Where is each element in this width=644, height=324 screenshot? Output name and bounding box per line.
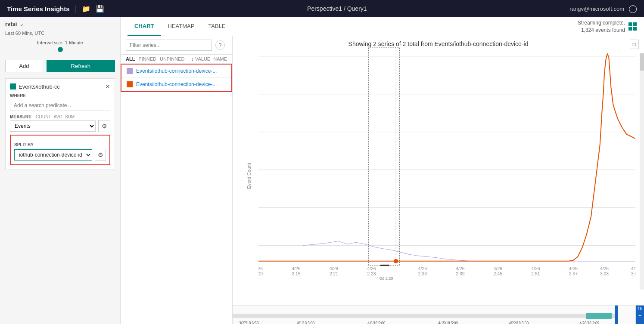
add-button[interactable]: Add <box>5 60 43 72</box>
series-panel: ? ALL PINNED UNPINNED ↕ VALUE NAME <box>121 36 233 324</box>
svg-text:3:09: 3:09 <box>631 272 635 276</box>
tab-chart[interactable]: CHART <box>128 17 161 36</box>
filter-series-input[interactable] <box>126 40 212 51</box>
svg-text:4/26 2:29: 4/26 2:29 <box>376 276 393 281</box>
duration-label: 1h <box>636 305 644 312</box>
avg-label: AVG <box>54 114 62 119</box>
where-label: WHERE <box>10 93 110 98</box>
measure-header-row: MEASURE COUNT AVG SUM <box>10 114 110 119</box>
where-input[interactable] <box>10 100 110 111</box>
svg-rect-41 <box>233 314 618 318</box>
series-name-2: Events/iothub-connection-device-... <box>136 81 217 87</box>
chart-panel: Showing 2 series of 2 total from Events/… <box>233 36 644 324</box>
svg-text:4/15/18 5:00: 4/15/18 5:00 <box>438 321 458 324</box>
close-icon[interactable]: ✕ <box>105 83 110 90</box>
measure-select[interactable]: Events <box>10 120 96 132</box>
interval-section: Interval size: 1 Minute <box>0 38 120 57</box>
svg-text:4/26: 4/26 <box>569 266 578 271</box>
query-card-header: Events/iothub-cc ✕ <box>10 83 110 90</box>
scrollbar-thumb[interactable] <box>640 53 644 71</box>
tab-table[interactable]: TABLE <box>201 17 232 36</box>
interval-label: Interval size: 1 Minute <box>5 40 115 45</box>
content-area: CHART HEATMAP TABLE Streaming complete. … <box>121 17 644 324</box>
zoom-in-button[interactable]: + <box>636 312 644 320</box>
svg-text:4/26: 4/26 <box>418 266 427 271</box>
header-value: VALUE <box>195 56 210 62</box>
perspective-title: Perspective1 / Query1 <box>307 5 367 12</box>
series-highlight-box: Events/iothub-connection-device-... Even… <box>121 64 232 92</box>
app-header: Time Series Insights | 📁 💾 Perspective1 … <box>0 0 644 17</box>
svg-text:2:28: 2:28 <box>367 272 376 276</box>
svg-text:4/26: 4/26 <box>494 266 502 271</box>
vertical-scrollbar[interactable] <box>640 53 644 290</box>
chart-area: Event Count 30 25 <box>233 47 644 305</box>
tabs-bar: CHART HEATMAP TABLE Streaming complete. … <box>121 17 644 36</box>
query-card: Events/iothub-cc ✕ WHERE MEASURE COUNT A… <box>5 78 115 170</box>
svg-text:4/26: 4/26 <box>531 266 540 271</box>
app-title: Time Series Insights <box>7 5 70 12</box>
streaming-status: Streaming complete. 1,824 events found <box>578 19 625 34</box>
series-name-1: Events/iothub-connection-device-... <box>136 68 217 74</box>
split-gear-button[interactable]: ⚙ <box>95 149 106 161</box>
svg-text:2:57: 2:57 <box>569 272 578 276</box>
chart-svg: 30 25 20 15 10 5 0.0 <box>258 47 635 284</box>
header-all: ALL <box>126 56 135 62</box>
svg-text:4/26: 4/26 <box>330 266 338 271</box>
env-selector[interactable]: rvtsi ⌄ <box>5 21 24 27</box>
header-left: Time Series Insights | 📁 💾 <box>7 4 104 13</box>
svg-text:4/26: 4/26 <box>631 266 635 271</box>
sidebar-header: rvtsi ⌄ <box>0 17 120 31</box>
svg-text:3:03: 3:03 <box>600 272 609 276</box>
zoom-controls: 1h + - <box>635 305 644 324</box>
count-label: COUNT <box>36 114 51 119</box>
user-email: rangv@microsoft.com <box>569 6 624 12</box>
timeline-section: 1h + - 3/27/18 6:50 4/1/18 5:00 4/8/18 5… <box>233 305 644 324</box>
tabs-left: CHART HEATMAP TABLE <box>128 17 233 36</box>
svg-text:4/26: 4/26 <box>292 266 300 271</box>
series-item-1[interactable]: Events/iothub-connection-device-... <box>121 65 231 78</box>
grid-view-icon[interactable] <box>628 22 637 31</box>
header-name: NAME <box>213 56 227 62</box>
main-layout: rvtsi ⌄ Last 60 Mins, UTC Interval size:… <box>0 17 644 324</box>
folder-icon[interactable]: 📁 <box>82 5 90 13</box>
filter-bar: ? <box>121 36 232 55</box>
timeline-svg: 3/27/18 6:50 4/1/18 5:00 4/8/18 5:00 4/1… <box>233 305 618 324</box>
svg-rect-25 <box>368 47 399 265</box>
gear-button[interactable]: ⚙ <box>98 120 110 132</box>
header-divider: | <box>75 4 77 13</box>
series-color-2 <box>127 81 133 87</box>
refresh-button[interactable]: Refresh <box>47 60 115 72</box>
svg-text:2:39: 2:39 <box>456 272 464 276</box>
sidebar: rvtsi ⌄ Last 60 Mins, UTC Interval size:… <box>0 17 121 324</box>
save-icon[interactable]: 💾 <box>96 5 104 13</box>
tabs-right: Streaming complete. 1,824 events found <box>578 19 637 34</box>
env-name: rvtsi <box>5 21 17 27</box>
split-by-section: SPLIT BY iothub-connection-device-id ⚙ <box>10 135 110 165</box>
svg-text:4/26: 4/26 <box>600 266 609 271</box>
svg-text:2:15: 2:15 <box>292 272 300 276</box>
series-color-1 <box>127 68 133 74</box>
split-by-select[interactable]: iothub-connection-device-id <box>14 149 92 160</box>
user-icon[interactable]: ◯ <box>628 4 637 13</box>
split-by-label: SPLIT BY <box>14 142 106 147</box>
sort-icon: ↕ <box>191 56 194 62</box>
timeline-selection[interactable] <box>615 305 618 324</box>
svg-text:2:51: 2:51 <box>531 272 540 276</box>
help-button[interactable]: ? <box>215 40 225 50</box>
query-name: Events/iothub-cc <box>19 83 60 90</box>
measure-label: MEASURE <box>10 114 31 119</box>
tab-heatmap[interactable]: HEATMAP <box>161 17 202 36</box>
zoom-out-button[interactable]: - <box>636 320 644 324</box>
y-axis-label: Event Count <box>246 163 252 189</box>
interval-dot <box>58 47 63 52</box>
svg-text:2:45: 2:45 <box>494 272 502 276</box>
svg-text:4/1/18 5:00: 4/1/18 5:00 <box>297 321 315 324</box>
svg-text:4/26/18 3:09: 4/26/18 3:09 <box>580 321 600 324</box>
svg-text:4/26: 4/26 <box>456 266 464 271</box>
events-found: 1,824 events found <box>578 27 625 34</box>
sidebar-buttons: Add Refresh <box>0 57 120 75</box>
series-item-2[interactable]: Events/iothub-connection-device-... <box>121 78 231 91</box>
svg-text:2:33: 2:33 <box>418 272 427 276</box>
main-panel: ? ALL PINNED UNPINNED ↕ VALUE NAME <box>121 36 644 324</box>
chevron-down-icon: ⌄ <box>19 21 24 27</box>
